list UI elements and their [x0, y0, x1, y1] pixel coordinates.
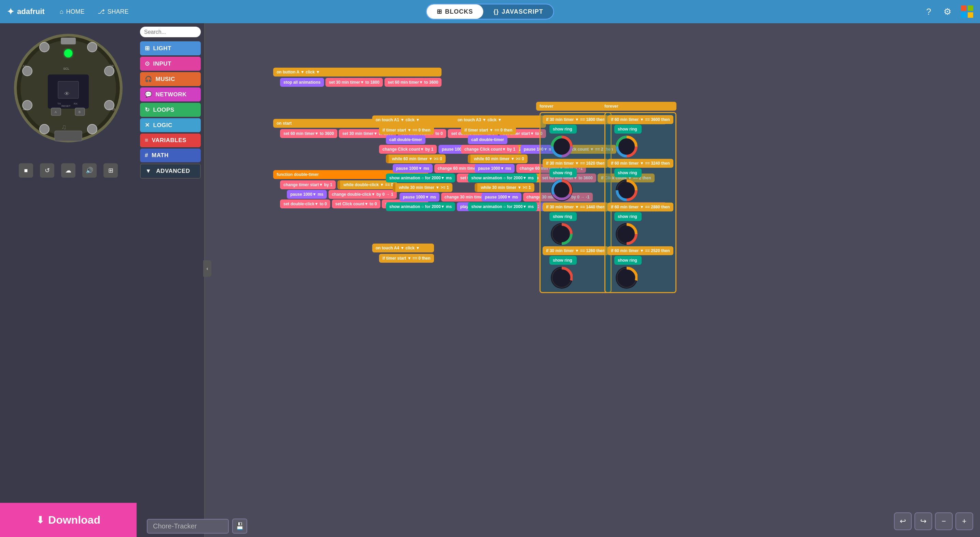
svg-point-42: [622, 229, 632, 239]
list-icon: ≡: [145, 137, 148, 144]
redo-button[interactable]: ↪: [915, 512, 932, 530]
svg-point-10: [40, 42, 49, 52]
svg-text:SCL: SCL: [63, 67, 69, 70]
js-label: JAVASCRIPT: [502, 8, 543, 15]
svg-rect-19: [55, 131, 82, 141]
svg-text:A5: A5: [22, 108, 26, 111]
chevron-down-icon: ▼: [145, 168, 151, 175]
block-group-touch-a4: on touch A4 ▼ click ▼ if timer start ▼ =…: [372, 244, 434, 263]
stop-button[interactable]: ■: [19, 163, 33, 178]
save-project-button[interactable]: 💾: [232, 519, 247, 534]
undo-button[interactable]: ↩: [894, 512, 912, 530]
panel-toggle-button[interactable]: ‹: [203, 260, 212, 277]
download-icon: ⬇: [36, 515, 44, 526]
block-group-forever-right: forever if 60 min timer ▼ == 3600 then s…: [601, 102, 676, 293]
svg-text:GND: GND: [108, 108, 115, 111]
js-icon: {}: [493, 8, 499, 15]
category-music[interactable]: 🎧 MUSIC: [140, 72, 201, 86]
svg-point-44: [622, 273, 632, 282]
svg-point-6: [22, 66, 32, 76]
target-icon: ⊙: [145, 60, 150, 67]
block-group-forever-left: forever if 30 min timer ▼ == 1800 then s…: [536, 102, 612, 293]
svg-rect-2: [61, 38, 76, 45]
device-container: SCL A4 A5 D8 GND ♫ 👁 RESET TX RX A B: [10, 30, 126, 153]
svg-text:A: A: [55, 110, 57, 114]
logic-label: LOGIC: [153, 122, 172, 129]
svg-text:RX: RX: [74, 102, 78, 105]
svg-point-32: [557, 185, 566, 195]
svg-point-8: [105, 66, 114, 76]
category-network[interactable]: 💬 NETWORK: [140, 88, 201, 102]
category-advanced[interactable]: ▼ ADVANCED: [140, 164, 201, 178]
search-input[interactable]: [144, 29, 205, 35]
download-button[interactable]: ⬇ Download: [36, 514, 100, 526]
header: ✦ adafruit ⌂ HOME ⎇ SHARE ⊞ BLOCKS {} JA…: [0, 0, 980, 23]
category-variables[interactable]: ≡ VARIABLES: [140, 134, 201, 147]
ms-green-square: [968, 5, 973, 11]
main-layout: SCL A4 A5 D8 GND ♫ 👁 RESET TX RX A B: [0, 23, 980, 537]
calc-icon: #: [145, 152, 148, 159]
share-button[interactable]: ⎇ SHARE: [93, 6, 134, 18]
tab-switcher: ⊞ BLOCKS {} JAVASCRIPT: [426, 4, 554, 19]
device-panel: SCL A4 A5 D8 GND ♫ 👁 RESET TX RX A B: [0, 23, 137, 537]
save-icon: 💾: [235, 522, 244, 530]
project-name-bar: 💾: [147, 519, 247, 534]
svg-point-13: [88, 124, 97, 134]
music-label: MUSIC: [156, 76, 175, 83]
variables-label: VARIABLES: [152, 137, 186, 144]
logo-star: ✦: [7, 6, 14, 17]
logo: ✦ adafruit: [7, 6, 45, 17]
restart-button[interactable]: ↺: [40, 163, 54, 178]
share-icon: ⎇: [98, 8, 105, 15]
category-math[interactable]: # MATH: [140, 148, 201, 162]
download-button-container[interactable]: ⬇ Download: [0, 503, 137, 537]
device-controls: ■ ↺ ☁ 🔊 ⊞: [19, 163, 118, 178]
settings-button[interactable]: ⚙: [941, 5, 954, 18]
home-button[interactable]: ⌂ HOME: [55, 6, 89, 18]
svg-text:RESET: RESET: [62, 105, 71, 108]
tab-blocks[interactable]: ⊞ BLOCKS: [426, 5, 483, 19]
svg-text:A4: A4: [22, 64, 26, 68]
logo-text: adafruit: [17, 7, 45, 16]
svg-point-34: [557, 229, 566, 239]
upload-button[interactable]: ☁: [61, 163, 75, 178]
svg-text:👁: 👁: [64, 91, 70, 97]
category-loops[interactable]: ↻ LOOPS: [140, 103, 201, 117]
canvas-controls: ↩ ↪ − +: [894, 512, 973, 530]
microsoft-logo: [961, 5, 973, 18]
network-label: NETWORK: [156, 91, 187, 98]
download-label: Download: [48, 514, 100, 526]
svg-point-36: [557, 273, 566, 282]
input-label: INPUT: [153, 61, 172, 67]
advanced-label: ADVANCED: [156, 168, 190, 175]
zoom-in-button[interactable]: +: [955, 512, 973, 530]
ms-red-square: [961, 5, 966, 11]
fullscreen-button[interactable]: ⊞: [103, 163, 118, 178]
tab-javascript[interactable]: {} JAVASCRIPT: [483, 5, 553, 19]
category-input[interactable]: ⊙ INPUT: [140, 57, 201, 71]
category-light[interactable]: ⊞ LIGHT: [140, 41, 201, 55]
svg-point-11: [88, 42, 97, 52]
category-logic[interactable]: ✕ LOGIC: [140, 118, 201, 132]
device-svg: SCL A4 A5 D8 GND ♫ 👁 RESET TX RX A B: [10, 30, 126, 146]
blocks-canvas[interactable]: on start set 60 min timer▼ to 3600 set 3…: [205, 23, 980, 537]
loops-label: LOOPS: [153, 107, 175, 113]
svg-text:TX: TX: [57, 102, 61, 105]
zoom-out-button[interactable]: −: [935, 512, 953, 530]
main-nav: ⌂ HOME ⎇ SHARE: [55, 6, 134, 18]
ms-blue-square: [961, 12, 966, 18]
ms-yellow-square: [968, 12, 973, 18]
share-label: SHARE: [108, 8, 129, 15]
home-label: HOME: [66, 8, 85, 15]
light-label: LIGHT: [153, 45, 172, 52]
sound-button[interactable]: 🔊: [82, 163, 97, 178]
logic-icon: ✕: [145, 122, 150, 129]
help-button[interactable]: ?: [924, 5, 934, 18]
refresh-icon: ↻: [145, 106, 150, 113]
toolbox: 🔍 ⊞ LIGHT ⊙ INPUT 🎧 MUSIC 💬 NETWORK ↻ LO…: [137, 23, 205, 537]
svg-text:D8: D8: [110, 64, 114, 68]
project-name-input[interactable]: [147, 519, 229, 534]
block-workspace: on start set 60 min timer▼ to 3600 set 3…: [205, 23, 980, 537]
svg-point-12: [40, 124, 49, 134]
search-box: 🔍: [140, 27, 201, 37]
